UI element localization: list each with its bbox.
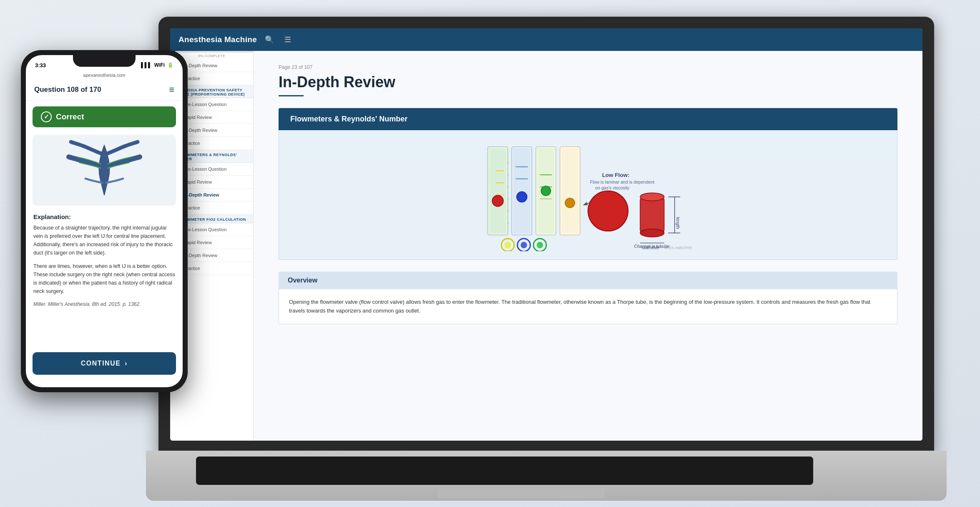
continue-button[interactable]: CONTINUE ›: [33, 352, 176, 375]
laptop: Anesthesia Machine 🔍 ☰ 6% COMPLETE In-De…: [158, 17, 959, 501]
laptop-lid: Anesthesia Machine 🔍 ☰ 6% COMPLETE In-De…: [158, 17, 934, 455]
svg-point-19: [565, 198, 575, 208]
svg-point-30: [640, 229, 664, 237]
overview-section: Overview Opening the flowmeter valve (fl…: [279, 272, 897, 324]
page-label: Page 23 of 107: [279, 64, 897, 70]
svg-point-18: [541, 186, 551, 196]
svg-text:on gas's viscosity: on gas's viscosity: [595, 185, 630, 190]
continue-label: CONTINUE: [81, 360, 121, 367]
svg-point-46: [537, 242, 543, 248]
flowmeter-image-box: length diameter Low Flow: Flow is lamina…: [279, 130, 897, 260]
url-text: apexanesthesia.com: [83, 73, 126, 78]
url-bar: apexanesthesia.com: [26, 72, 183, 80]
overview-body: Opening the flowmeter valve (flow contro…: [279, 289, 897, 324]
laptop-keyboard: [196, 457, 813, 485]
correct-banner: ✓ Correct: [33, 106, 176, 127]
vein-image: [33, 135, 176, 206]
phone-time: 3:33: [35, 62, 46, 68]
vein-illustration: [63, 137, 146, 204]
app-body: 6% COMPLETE In-Depth Review Practice 7. …: [170, 51, 922, 441]
svg-rect-15: [562, 148, 578, 233]
content-divider: [279, 95, 304, 96]
svg-point-29: [640, 193, 664, 201]
search-icon[interactable]: 🔍: [264, 34, 275, 45]
phone-screen: 3:33 ▌▌▌ WiFi 🔋 apexanesthesia.com Quest…: [26, 55, 183, 387]
svg-rect-1: [489, 148, 506, 233]
battery-icon: 🔋: [167, 62, 173, 68]
check-circle-icon: ✓: [41, 111, 52, 122]
section-banner: Flowmeters & Reynolds' Number: [279, 108, 897, 130]
svg-point-42: [505, 242, 511, 248]
svg-rect-6: [513, 148, 530, 233]
svg-text:Low Flow:: Low Flow:: [602, 172, 630, 178]
laptop-trackpad[interactable]: [438, 488, 605, 498]
flowmeter-illustration: length diameter Low Flow: Flow is lamina…: [484, 139, 692, 251]
svg-point-16: [492, 195, 503, 207]
svg-point-44: [520, 242, 527, 248]
phone-explanation: Explanation: Because of a straighter tra…: [26, 213, 183, 308]
svg-text:Flow is laminar and is depende: Flow is laminar and is dependent: [590, 179, 654, 184]
reference-text: Miller. Miller's Anesthesia. 8th ed. 201…: [33, 300, 175, 308]
svg-point-17: [517, 192, 527, 202]
question-label: Question 108 of 170: [34, 86, 101, 94]
phone-notch: [73, 55, 136, 67]
phone-scroll-area[interactable]: ✓ Correct: [26, 101, 183, 387]
explanation-title: Explanation:: [33, 213, 175, 220]
app-title: Anesthesia Machine: [178, 35, 257, 44]
overview-banner: Overview: [279, 272, 897, 289]
content-title: In-Depth Review: [279, 73, 897, 91]
explanation-p2: There are times, however, when a left IJ…: [33, 262, 175, 295]
app-header: Anesthesia Machine 🔍 ☰: [170, 28, 922, 51]
phone: 3:33 ▌▌▌ WiFi 🔋 apexanesthesia.com Quest…: [21, 50, 188, 392]
phone-header: Question 108 of 170 ≡: [26, 80, 183, 101]
hamburger-icon[interactable]: ≡: [169, 84, 174, 95]
laptop-base: [146, 451, 947, 501]
wifi-icon: WiFi: [154, 62, 165, 68]
continue-chevron-icon: ›: [125, 360, 128, 367]
svg-point-27: [588, 191, 628, 231]
menu-icon[interactable]: ☰: [282, 34, 294, 45]
svg-text:length: length: [676, 217, 681, 229]
phone-status-right: ▌▌▌ WiFi 🔋: [141, 62, 173, 68]
explanation-p1: Because of a straighter trajectory, the …: [33, 224, 175, 257]
signal-icon: ▌▌▌: [141, 62, 152, 68]
svg-text:APEX ANESTHESIA: APEX ANESTHESIA: [664, 246, 692, 250]
correct-label: Correct: [56, 112, 84, 121]
laptop-screen: Anesthesia Machine 🔍 ☰ 6% COMPLETE In-De…: [170, 28, 922, 441]
svg-rect-28: [640, 197, 664, 233]
main-content: Page 23 of 107 In-Depth Review Flowmeter…: [254, 51, 922, 441]
